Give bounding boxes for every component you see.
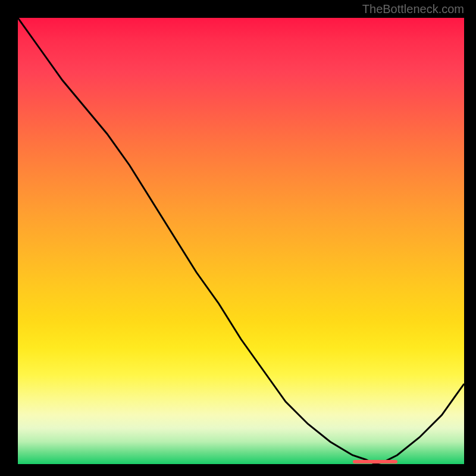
optimal-zone-marker	[353, 460, 397, 464]
watermark-text: TheBottleneck.com	[362, 2, 464, 16]
bottleneck-curve	[18, 18, 464, 464]
bottom-axis-band	[18, 462, 464, 464]
